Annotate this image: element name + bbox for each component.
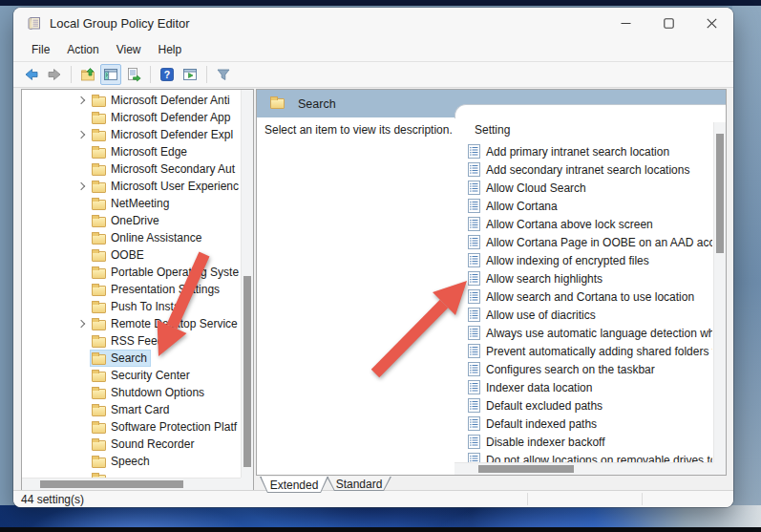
description-placeholder: Select an item to view its description.: [264, 123, 453, 137]
export-list-icon[interactable]: [123, 64, 144, 85]
menu-item[interactable]: Help: [150, 40, 191, 59]
tree-view: Microsoft Defender Anti Microsoft Defend…: [23, 91, 241, 478]
setting-row[interactable]: Add secondary intranet search locations: [468, 160, 712, 179]
folder-icon: [92, 96, 106, 107]
menu-item[interactable]: View: [108, 40, 150, 59]
folder-icon: [92, 286, 106, 296]
setting-row[interactable]: Default indexed paths: [468, 415, 712, 433]
setting-row[interactable]: Configures search on the taskbar: [468, 360, 712, 378]
up-one-level-icon[interactable]: [77, 64, 98, 85]
chevron-right-icon[interactable]: [76, 321, 91, 327]
setting-label: Prevent automatically adding shared fold…: [486, 345, 712, 358]
tree-vertical-scrollbar[interactable]: [241, 90, 253, 478]
setting-icon: [468, 308, 480, 322]
setting-row[interactable]: Indexer data location: [468, 378, 712, 396]
tree-vscroll-thumb[interactable]: [243, 276, 251, 467]
tree-item[interactable]: Push To Install: [23, 298, 241, 315]
scrollbar-corner: [713, 462, 726, 475]
setting-column-header[interactable]: Setting: [475, 123, 510, 137]
chevron-right-icon[interactable]: [76, 132, 91, 138]
setting-row[interactable]: Allow Cortana above lock screen: [468, 215, 712, 233]
tab-standard[interactable]: Standard: [327, 477, 391, 491]
tree-item[interactable]: OneDrive: [23, 212, 241, 229]
tree-item[interactable]: Microsoft Secondary Aut: [23, 160, 241, 178]
setting-icon: [468, 344, 480, 358]
tree-item[interactable]: Microsoft Defender Expl: [23, 126, 241, 143]
setting-icon: [468, 362, 480, 376]
chevron-right-icon[interactable]: [76, 183, 91, 189]
tree-item[interactable]: Smart Card: [23, 401, 241, 418]
maximize-button[interactable]: [647, 8, 690, 38]
settings-vscroll-thumb[interactable]: [716, 134, 724, 253]
tree-item-label: OneDrive: [111, 214, 159, 227]
setting-label: Default excluded paths: [486, 399, 602, 413]
show-action-pane-icon[interactable]: [180, 64, 201, 85]
tree-item[interactable]: [23, 470, 241, 478]
settings-vertical-scrollbar[interactable]: [713, 122, 726, 462]
setting-label: Allow Cloud Search: [486, 181, 586, 195]
close-button[interactable]: [690, 8, 733, 38]
folder-icon: [92, 372, 106, 382]
tree-hscroll-thumb[interactable]: [40, 480, 183, 488]
settings-hscroll-thumb[interactable]: [478, 465, 574, 473]
setting-row[interactable]: Allow Cortana: [468, 197, 712, 215]
tree-item[interactable]: Presentation Settings: [23, 281, 241, 298]
back-icon[interactable]: [21, 64, 42, 85]
forward-icon[interactable]: [44, 64, 65, 85]
setting-row[interactable]: Disable indexer backoff: [468, 433, 712, 451]
tree-item[interactable]: Microsoft Defender App: [23, 109, 241, 126]
tree-item[interactable]: Portable Operating Syste: [23, 264, 241, 281]
tree-item[interactable]: Microsoft User Experienc: [23, 178, 241, 195]
tree-item[interactable]: Sound Recorder: [23, 436, 241, 453]
console-tree-pane: Microsoft Defender Anti Microsoft Defend…: [21, 89, 254, 491]
tree-item[interactable]: Software Protection Platf: [23, 418, 241, 436]
setting-row[interactable]: Add primary intranet search location: [468, 142, 712, 160]
minimize-button[interactable]: [604, 8, 647, 38]
tree-item[interactable]: Search: [23, 350, 241, 367]
tree-item-label: Shutdown Options: [111, 386, 204, 399]
setting-label: Indexer data location: [486, 381, 592, 394]
tree-item-label: Remote Desktop Service: [111, 317, 238, 330]
tree-item[interactable]: OOBE: [23, 246, 241, 264]
tree-item[interactable]: Remote Desktop Service: [23, 315, 241, 332]
filter-icon[interactable]: [213, 64, 234, 85]
setting-row[interactable]: Allow Cloud Search: [468, 179, 712, 197]
help-icon[interactable]: ?: [157, 64, 178, 85]
folder-icon: [92, 200, 106, 210]
tree-item[interactable]: NetMeeting: [23, 195, 241, 212]
tree-item-label: Microsoft Edge: [111, 145, 187, 159]
folder-icon: [92, 440, 106, 451]
setting-row[interactable]: Do not allow locations on removable driv…: [468, 451, 712, 462]
setting-row[interactable]: Allow search and Cortana to use location: [468, 287, 712, 306]
menu-item[interactable]: Action: [58, 40, 107, 59]
setting-row[interactable]: Allow use of diacritics: [468, 306, 712, 324]
setting-row[interactable]: Allow search highlights: [468, 269, 712, 287]
titlebar[interactable]: Local Group Policy Editor: [13, 8, 733, 38]
setting-row[interactable]: Prevent automatically adding shared fold…: [468, 342, 712, 360]
settings-list: Add primary intranet search location: [468, 142, 712, 462]
tab-extended[interactable]: Extended: [260, 477, 328, 493]
setting-row[interactable]: Default excluded paths: [468, 396, 712, 415]
setting-label: Do not allow locations on removable driv…: [486, 454, 712, 463]
tree-item[interactable]: Online Assistance: [23, 229, 241, 246]
folder-icon: [92, 406, 106, 416]
setting-icon: [468, 144, 480, 159]
tree-item[interactable]: Shutdown Options: [23, 384, 241, 401]
setting-row[interactable]: Allow indexing of encrypted files: [468, 251, 712, 269]
settings-horizontal-scrollbar[interactable]: [454, 462, 713, 475]
tree-horizontal-scrollbar[interactable]: [22, 478, 241, 490]
tree-item[interactable]: Microsoft Edge: [23, 143, 241, 160]
show-console-tree-icon[interactable]: [100, 64, 121, 85]
tree-item[interactable]: Speech: [23, 453, 241, 470]
menu-item[interactable]: File: [23, 40, 58, 59]
extended-view-tab-sheet: [454, 104, 726, 118]
tree-item[interactable]: RSS Feeds: [23, 332, 241, 350]
tree-item[interactable]: Microsoft Defender Anti: [23, 92, 241, 109]
chevron-right-icon[interactable]: [76, 97, 91, 103]
setting-row[interactable]: Always use automatic language detection …: [468, 324, 712, 342]
setting-row[interactable]: Allow Cortana Page in OOBE on an AAD acc…: [468, 233, 712, 251]
setting-icon: [468, 380, 480, 394]
tree-item[interactable]: Security Center: [23, 367, 241, 384]
folder-icon: [92, 182, 106, 193]
tree-item-label: Software Protection Platf: [111, 420, 237, 434]
